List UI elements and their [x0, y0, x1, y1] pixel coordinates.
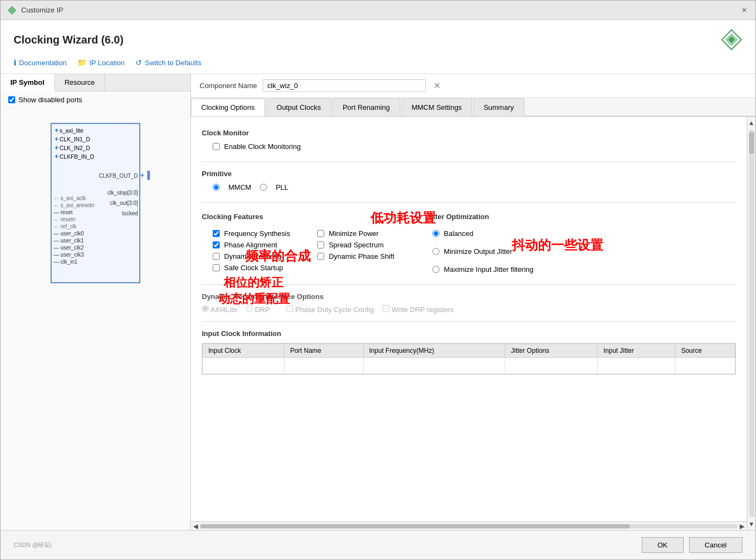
tab-content: Clock Monitor Enable Clock Monitoring Pr…: [191, 117, 747, 521]
header-title-row: Clocking Wizard (6.0): [14, 29, 742, 51]
scroll-down-button[interactable]: ▼: [746, 518, 755, 530]
primitive-title: Primitive: [202, 170, 736, 178]
dynamic-reconfig-checkbox[interactable]: [213, 253, 220, 260]
left-ports-group: + s_axi_lite + CLK_IN1_D + CLK_IN2_D + C…: [52, 124, 139, 163]
separator-2: [202, 202, 736, 203]
port-user-clk0: — user_clk0: [53, 230, 96, 237]
spread-spectrum-checkbox[interactable]: [317, 241, 324, 248]
safe-clock-checkbox[interactable]: [213, 264, 220, 271]
input-clock-title: Input Clock Information: [202, 329, 736, 338]
documentation-link[interactable]: ℹ Documentation: [14, 58, 66, 67]
enable-clock-monitoring-row: Enable Clock Monitoring: [213, 142, 736, 151]
title-bar: Customize IP ×: [1, 1, 755, 20]
right-ports-group: CLKFB_OUT_D clk_stop[3:0] clk_out[3:0] l…: [99, 173, 138, 216]
enable-clock-label: Enable Clock Monitoring: [224, 142, 301, 151]
tabs-row: Clocking Options Output Clocks Port Rena…: [191, 98, 755, 117]
content-main: Clock Monitor Enable Clock Monitoring Pr…: [191, 117, 747, 530]
documentation-label: Documentation: [19, 59, 66, 67]
jitter-balanced-radio[interactable]: [432, 230, 439, 237]
axi4lite-option: AXI4Lite: [202, 305, 237, 314]
tab-output-clocks[interactable]: Output Clocks: [266, 98, 331, 116]
close-button[interactable]: ×: [740, 5, 749, 15]
dynamic-phase-shift-checkbox[interactable]: [317, 253, 324, 260]
tab-resource[interactable]: Resource: [55, 74, 106, 91]
axi4lite-label: AXI4Lite: [210, 306, 237, 314]
scroll-track-h: [200, 524, 738, 528]
table-row: [203, 358, 735, 374]
scroll-left-button[interactable]: ◀: [193, 522, 198, 530]
jitter-min-output-row: Minimize Output Jitter: [432, 247, 534, 256]
table-header-row: Input Clock Port Name Input Frequency(MH…: [203, 344, 735, 358]
jitter-max-input-radio[interactable]: [432, 266, 439, 273]
freq-synthesis-row: Frequency Synthesis: [213, 229, 290, 238]
component-name-clear[interactable]: ✕: [433, 80, 441, 91]
info-icon: ℹ: [14, 58, 16, 67]
phase-alignment-checkbox[interactable]: [213, 241, 220, 248]
refresh-icon: ↺: [135, 58, 142, 67]
dialog-title: Clocking Wizard (6.0): [14, 34, 123, 46]
switch-defaults-link[interactable]: ↺ Switch to Defaults: [135, 58, 201, 67]
dynamic-reconfig-interface-section: Dynamic Reconfig Interface Options AXI4L…: [202, 293, 736, 314]
annotation-phase: 相位的矫正: [224, 275, 283, 291]
port-clk-in1-d: + CLK_IN1_D: [53, 135, 138, 144]
port-s-axi-lite: + s_axi_lite: [53, 126, 138, 135]
ip-location-link[interactable]: 📁 IP Location: [77, 58, 125, 67]
td-empty-6: [676, 358, 735, 374]
jitter-title: Jitter Optimization: [427, 213, 534, 221]
jitter-section: Jitter Optimization Balanced Minimize Ou…: [427, 210, 534, 277]
main-content: IP Symbol Resource Show disabled ports +…: [1, 74, 755, 530]
primitive-pll-radio[interactable]: [260, 184, 267, 191]
main-window: Customize IP × Clocking Wizard (6.0) ℹ D…: [0, 0, 756, 560]
tab-clocking-options[interactable]: Clocking Options: [191, 98, 265, 116]
write-drp-checkbox: [382, 305, 389, 312]
xilinx-logo: [721, 29, 742, 51]
scroll-thumb-v[interactable]: [749, 132, 754, 154]
ok-button[interactable]: OK: [642, 537, 684, 553]
dynamic-checkboxes: Phase Duty Cycle Config Write DRP regist…: [286, 305, 454, 314]
write-drp-label: Write DRP registers: [392, 306, 454, 314]
primitive-mmcm-label: MMCM: [228, 183, 251, 191]
phase-duty-checkbox: [286, 305, 293, 312]
primitive-mmcm-radio[interactable]: [213, 184, 220, 191]
scroll-right-button[interactable]: ▶: [740, 522, 745, 530]
primitive-pll-label: PLL: [276, 183, 288, 191]
expand-right-icon[interactable]: +▐: [140, 171, 150, 179]
dynamic-reconfig-row: Dynamic Reconfig: [213, 252, 290, 260]
jitter-min-output-radio[interactable]: [432, 248, 439, 255]
tab-mmcm-settings[interactable]: MMCM Settings: [401, 98, 472, 116]
dynamic-reconfig-title: Dynamic Reconfig Interface Options: [202, 293, 736, 301]
show-disabled-checkbox[interactable]: [8, 96, 15, 103]
features-jitter-row: Clocking Features Frequency Synthesis: [202, 210, 736, 277]
minimize-power-label: Minimize Power: [329, 229, 379, 238]
symbol-block: + s_axi_lite + CLK_IN1_D + CLK_IN2_D + C…: [51, 123, 140, 283]
jitter-options: Balanced Minimize Output Jitter Maximize…: [432, 226, 534, 277]
left-tabs: IP Symbol Resource: [1, 74, 190, 91]
phase-duty-label: Phase Duty Cycle Config: [295, 306, 374, 314]
tab-port-renaming[interactable]: Port Renaming: [332, 98, 400, 116]
ip-location-label: IP Location: [89, 59, 125, 67]
freq-synthesis-checkbox[interactable]: [213, 230, 220, 237]
scroll-up-button[interactable]: ▲: [746, 117, 755, 129]
enable-clock-checkbox[interactable]: [213, 143, 220, 150]
port-user-clk2: — user_clk2: [53, 244, 96, 251]
vertical-scrollbar: ▲ ▼: [747, 117, 755, 530]
component-name-input[interactable]: [263, 79, 426, 92]
cancel-button[interactable]: Cancel: [689, 537, 742, 553]
jitter-min-output-label: Minimize Output Jitter: [444, 247, 512, 256]
bottom-buttons: OK Cancel: [642, 537, 742, 553]
window-title: Customize IP: [21, 6, 63, 14]
input-clock-table-wrapper: Input Clock Port Name Input Frequency(MH…: [202, 343, 736, 375]
tab-summary[interactable]: Summary: [473, 98, 524, 116]
clock-monitor-title: Clock Monitor: [202, 129, 736, 137]
port-resetn: ← resetn: [53, 216, 96, 223]
dynamic-options-row: AXI4Lite DRP: [202, 305, 736, 314]
minimize-power-checkbox[interactable]: [317, 230, 324, 237]
td-empty-4: [505, 358, 598, 374]
jitter-max-input-label: Maximize Input Jitter filtering: [444, 265, 534, 273]
phase-duty-option: Phase Duty Cycle Config: [286, 305, 374, 314]
scroll-thumb-h[interactable]: [200, 524, 630, 528]
port-clk-stop: clk_stop[3:0]: [99, 190, 138, 196]
write-drp-option: Write DRP registers: [382, 305, 454, 314]
jitter-max-input-row: Maximize Input Jitter filtering: [432, 265, 534, 273]
tab-ip-symbol[interactable]: IP Symbol: [1, 74, 55, 91]
